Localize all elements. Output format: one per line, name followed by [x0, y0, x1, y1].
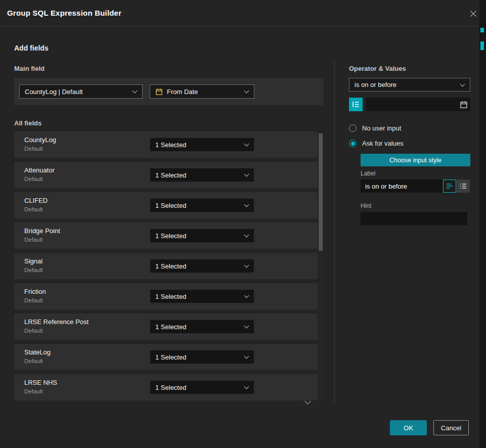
field-subtitle: Default [24, 328, 42, 334]
field-subtitle: Default [24, 146, 42, 152]
field-row: Friction Default 1 Selected [14, 283, 318, 309]
date-value-input[interactable] [366, 98, 470, 111]
radio-ask-for-values[interactable]: Ask for values [349, 140, 404, 147]
list-scrollbar[interactable] [319, 132, 323, 402]
ok-button[interactable]: OK [390, 420, 427, 435]
operator-dropdown[interactable]: is on or before [349, 78, 470, 92]
field-row: StateLog Default 1 Selected [14, 344, 318, 370]
field-selected-value: 1 Selected [155, 323, 186, 331]
field-selected-value: 1 Selected [155, 141, 186, 149]
chevron-down-icon [460, 81, 465, 86]
field-subtitle: Default [24, 206, 42, 212]
field-selected-value: 1 Selected [155, 202, 186, 209]
calendar-icon [460, 101, 468, 109]
main-field-row: CountyLog | Default From Date [14, 78, 324, 105]
field-selected-dropdown[interactable]: 1 Selected [150, 380, 254, 394]
field-selected-dropdown[interactable]: 1 Selected [150, 289, 254, 303]
field-subtitle: Default [24, 267, 42, 273]
add-fields-heading: Add fields [14, 44, 49, 52]
radio-label: Ask for values [362, 140, 404, 147]
edge-accent-mark [480, 41, 484, 50]
field-row: LRSE Reference Post Default 1 Selected [14, 313, 318, 340]
background-page-edge [479, 0, 486, 448]
main-field-label: Main field [14, 65, 45, 72]
field-selected-dropdown[interactable]: 1 Selected [150, 259, 254, 273]
field-name: Signal [24, 257, 42, 265]
screen: Group SQL Expression Builder Add fields … [0, 0, 486, 448]
field-subtitle: Default [24, 388, 42, 394]
field-name: LRSE NHS [24, 379, 57, 386]
dialog-title: Group SQL Expression Builder [7, 0, 121, 26]
main-field-layer-value: CountyLog | Default [25, 88, 83, 96]
radio-icon [349, 124, 357, 132]
chevron-down-icon [244, 263, 249, 268]
field-subtitle: Default [24, 237, 42, 243]
unique-values-icon [351, 100, 360, 109]
chevron-down-icon [244, 293, 249, 298]
date-value-field [366, 98, 470, 111]
field-subtitle: Default [24, 176, 42, 182]
field-name: LRSE Reference Post [24, 318, 89, 326]
field-row: Signal Default 1 Selected [14, 253, 318, 279]
date-picker-button[interactable] [459, 100, 468, 109]
chevron-down-icon [244, 324, 249, 329]
field-selected-value: 1 Selected [155, 384, 186, 391]
close-icon[interactable] [468, 8, 479, 19]
field-selected-dropdown[interactable]: 1 Selected [150, 320, 254, 334]
scrollbar-thumb[interactable] [319, 133, 323, 251]
all-fields-list: CountyLog Default 1 Selected Attenuator … [14, 131, 324, 405]
main-field-layer-dropdown[interactable]: CountyLog | Default [19, 84, 143, 99]
dialog-header: Group SQL Expression Builder [0, 0, 479, 26]
field-selected-dropdown[interactable]: 1 Selected [150, 198, 254, 212]
cancel-button[interactable]: Cancel [433, 420, 469, 435]
chevron-down-icon [244, 233, 249, 238]
radio-icon [349, 140, 357, 147]
chevron-down-icon [244, 142, 249, 147]
unique-values-button[interactable] [349, 98, 363, 111]
field-selected-dropdown[interactable]: 1 Selected [150, 229, 254, 243]
column-divider [334, 60, 335, 405]
hint-input[interactable] [361, 212, 467, 225]
main-field-field-value: From Date [167, 88, 198, 96]
field-selected-value: 1 Selected [155, 171, 186, 179]
field-selected-value: 1 Selected [155, 232, 186, 240]
radio-label: No user input [362, 124, 401, 132]
field-subtitle: Default [24, 358, 42, 364]
label-input[interactable] [361, 180, 443, 193]
hint-caption: Hint [361, 202, 371, 209]
field-row: LRSE NHS Default 1 Selected [14, 374, 318, 400]
single-line-icon [446, 182, 454, 190]
label-caption: Label [361, 170, 375, 177]
all-fields-label: All fields [14, 119, 41, 127]
field-selected-value: 1 Selected [155, 262, 186, 270]
edge-accent-mark [480, 28, 484, 32]
calendar-icon [155, 88, 163, 96]
field-name: Attenuator [24, 166, 55, 174]
field-row: Attenuator Default 1 Selected [14, 162, 318, 188]
radio-no-user-input[interactable]: No user input [349, 124, 401, 132]
operator-values-heading: Operator & Values [349, 65, 406, 72]
choose-input-style-button[interactable]: Choose input style [361, 154, 470, 166]
field-selected-dropdown[interactable]: 1 Selected [150, 138, 254, 152]
field-subtitle: Default [24, 297, 42, 303]
chevron-down-icon [132, 88, 138, 94]
field-name: CLIFED [24, 197, 48, 204]
field-name: Bridge Point [24, 227, 60, 235]
operator-value: is on or before [355, 81, 396, 88]
field-row: CLIFED Default 1 Selected [14, 192, 318, 218]
chevron-down-icon [244, 88, 249, 94]
field-row: Bridge Point Default 1 Selected [14, 222, 318, 249]
field-selected-dropdown[interactable]: 1 Selected [150, 168, 254, 182]
main-field-field-dropdown[interactable]: From Date [150, 84, 254, 99]
list-style-toggle[interactable] [457, 180, 470, 193]
field-name: StateLog [24, 348, 51, 356]
chevron-down-icon [244, 354, 249, 359]
chevron-down-icon [244, 384, 249, 389]
field-name: Friction [24, 288, 46, 295]
single-line-style-toggle[interactable] [443, 180, 456, 193]
field-row: CountyLog Default 1 Selected [14, 131, 318, 158]
chevron-down-icon [244, 202, 249, 207]
field-selected-dropdown[interactable]: 1 Selected [150, 350, 254, 364]
list-icon [459, 182, 467, 190]
field-selected-value: 1 Selected [155, 353, 186, 361]
